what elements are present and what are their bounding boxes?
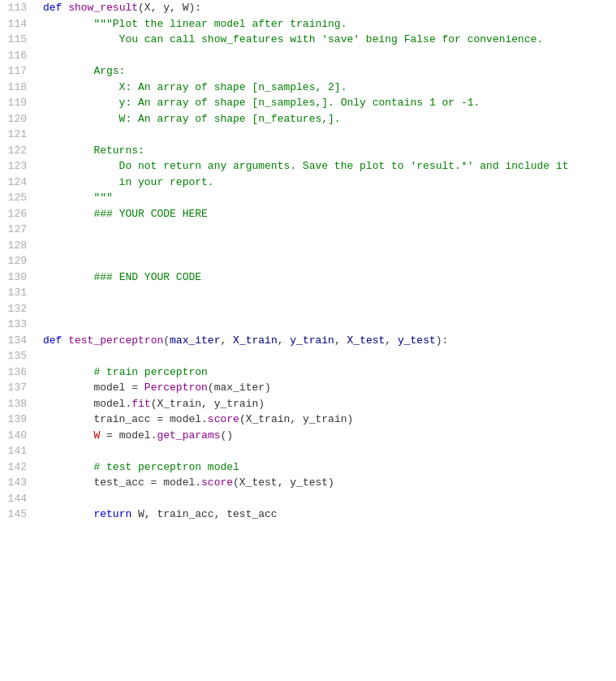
line-row: 131 xyxy=(0,285,616,301)
line-number: 118 xyxy=(0,80,37,96)
line-content: test_acc = model.score(X_test, y_test) xyxy=(37,475,616,491)
line-row: 128 xyxy=(0,238,616,254)
line-number: 128 xyxy=(0,238,37,254)
line-row: 142 # test perceptron model xyxy=(0,459,616,476)
line-number: 135 xyxy=(0,348,37,364)
code-token xyxy=(43,208,93,220)
code-token: ### YOUR CODE HERE xyxy=(93,208,207,220)
line-number: 143 xyxy=(0,475,37,491)
line-row: 124 in your report. xyxy=(0,175,616,191)
line-content: Args: xyxy=(37,63,616,80)
code-token: test_perceptron xyxy=(68,334,163,347)
code-token: , xyxy=(220,334,233,347)
line-row: 130 ### END YOUR CODE xyxy=(0,269,616,286)
line-number: 114 xyxy=(0,16,37,32)
line-row: 113def show_result(X, y, W): xyxy=(0,0,616,16)
code-token: () xyxy=(220,429,233,442)
code-token: X: An array of shape [n_samples, 2]. xyxy=(43,81,347,93)
code-token: X_test xyxy=(347,334,386,347)
line-row: 120 W: An array of shape [n_features,]. xyxy=(0,111,616,127)
line-number: 136 xyxy=(0,364,37,381)
line-content: model.fit(X_train, y_train) xyxy=(37,396,616,412)
code-token: model = xyxy=(43,381,144,394)
line-row: 144 xyxy=(0,491,616,507)
line-number: 126 xyxy=(0,206,37,222)
line-number: 131 xyxy=(0,285,37,301)
code-token xyxy=(43,508,93,520)
line-number: 142 xyxy=(0,459,37,476)
line-number: 115 xyxy=(0,32,37,48)
code-token: , xyxy=(278,334,291,347)
line-number: 125 xyxy=(0,190,37,206)
code-token: test_acc = model xyxy=(43,476,195,489)
code-token: (X_train, y_train) xyxy=(151,398,265,410)
code-token: model xyxy=(43,398,125,410)
line-row: 117 Args: xyxy=(0,63,616,80)
code-token: . xyxy=(201,413,208,425)
line-number: 121 xyxy=(0,127,37,143)
line-content: train_acc = model.score(X_train, y_train… xyxy=(37,412,616,428)
code-token: (X_test, y_test) xyxy=(233,476,334,489)
line-number: 145 xyxy=(0,506,37,523)
line-content: def test_perceptron(max_iter, X_train, y… xyxy=(37,333,616,349)
line-number: 130 xyxy=(0,269,37,286)
line-content: """Plot the linear model after training. xyxy=(37,16,616,32)
line-content: X: An array of shape [n_samples, 2]. xyxy=(37,80,616,96)
line-number: 139 xyxy=(0,412,37,428)
line-row: 121 xyxy=(0,127,616,143)
line-content: model = Perceptron(max_iter) xyxy=(37,380,616,396)
line-number: 129 xyxy=(0,253,37,269)
code-token: W, train_acc, test_acc xyxy=(131,508,277,520)
line-content: return W, train_acc, test_acc xyxy=(37,506,616,523)
code-token: , xyxy=(385,334,398,347)
code-token: return xyxy=(93,508,131,520)
code-token: W: An array of shape [n_features,]. xyxy=(43,113,341,125)
code-token: score xyxy=(208,413,239,425)
line-number: 119 xyxy=(0,95,37,111)
code-token xyxy=(43,461,93,473)
line-content: Do not return any arguments. Save the pl… xyxy=(37,158,616,175)
line-row: 140 W = model.get_params() xyxy=(0,428,616,444)
line-number: 116 xyxy=(0,48,37,64)
line-number: 140 xyxy=(0,428,37,444)
code-token: show_result xyxy=(68,2,138,14)
code-token: in your report. xyxy=(43,176,214,188)
line-number: 141 xyxy=(0,443,37,459)
line-row: 141 xyxy=(0,443,616,459)
line-number: 120 xyxy=(0,111,37,127)
line-row: 119 y: An array of shape [n_samples,]. O… xyxy=(0,95,616,111)
code-token: max_iter xyxy=(170,334,220,347)
line-number: 127 xyxy=(0,222,37,238)
line-number: 144 xyxy=(0,491,37,507)
line-content: """ xyxy=(37,190,616,206)
code-token xyxy=(43,366,93,378)
line-number: 133 xyxy=(0,317,37,333)
code-lines: 113def show_result(X, y, W):114 """Plot … xyxy=(0,0,616,523)
line-row: 123 Do not return any arguments. Save th… xyxy=(0,158,616,175)
line-row: 129 xyxy=(0,253,616,269)
line-row: 137 model = Perceptron(max_iter) xyxy=(0,380,616,396)
code-token: . xyxy=(195,476,201,489)
line-number: 138 xyxy=(0,396,37,412)
line-number: 113 xyxy=(0,0,37,16)
code-token: ( xyxy=(163,334,170,347)
code-token: ### END YOUR CODE xyxy=(93,271,201,283)
line-row: 145 return W, train_acc, test_acc xyxy=(0,506,616,523)
code-token: = model xyxy=(100,429,150,442)
code-token: You can call show_features with 'save' b… xyxy=(43,33,543,45)
code-token: y: An array of shape [n_samples,]. Only … xyxy=(43,97,480,109)
line-row: 125 """ xyxy=(0,190,616,206)
line-row: 139 train_acc = model.score(X_train, y_t… xyxy=(0,412,616,428)
code-token: Do not return any arguments. Save the pl… xyxy=(43,160,569,172)
code-token: (X_train, y_train) xyxy=(239,413,353,425)
code-token: def xyxy=(43,334,68,347)
line-number: 122 xyxy=(0,143,37,159)
line-row: 115 You can call show_features with 'sav… xyxy=(0,32,616,48)
code-token: ): xyxy=(436,334,449,347)
line-content: ### END YOUR CODE xyxy=(37,269,616,286)
code-token: # test perceptron model xyxy=(93,461,239,473)
line-row: 116 xyxy=(0,48,616,64)
line-row: 127 xyxy=(0,222,616,238)
line-content: ### YOUR CODE HERE xyxy=(37,206,616,222)
code-token: Perceptron xyxy=(144,381,208,394)
